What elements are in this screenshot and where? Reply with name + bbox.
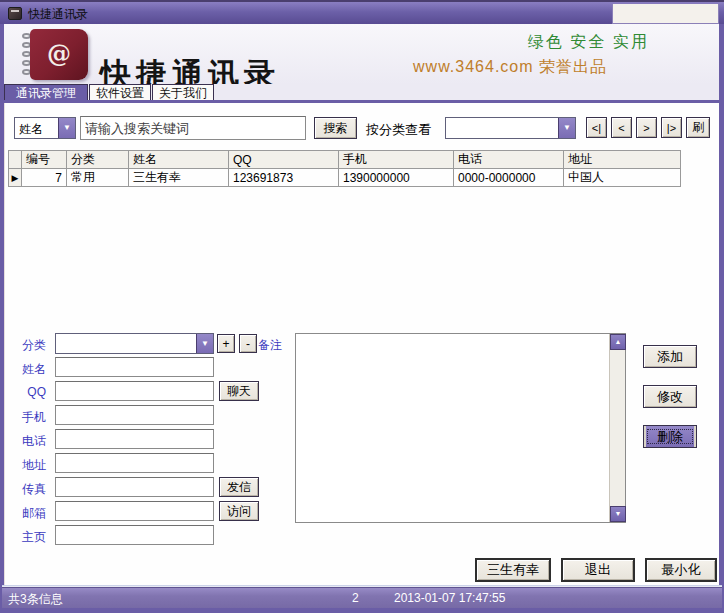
delete-button[interactable]: 删除 [643, 425, 697, 448]
visit-button[interactable]: 访问 [219, 501, 259, 521]
cell-address[interactable]: 中国人 [564, 169, 681, 187]
category-label: 分类 [10, 337, 46, 354]
address-field[interactable] [55, 453, 214, 473]
add-category-button[interactable]: + [217, 334, 235, 353]
app-logo: @ [18, 27, 94, 82]
search-field-select-value: 姓名 [19, 121, 43, 138]
row-selector-icon[interactable]: ▶ [9, 169, 22, 187]
tab-contacts-manage[interactable]: 通讯录管理 [4, 84, 88, 101]
table-row[interactable]: ▶ 7 常用 三生有幸 123691873 1390000000 0000-00… [9, 169, 681, 187]
address-label: 地址 [10, 457, 46, 474]
email-field[interactable] [55, 501, 214, 521]
qq-label: QQ [10, 385, 46, 399]
nav-next-button[interactable]: > [636, 117, 657, 138]
notes-scrollbar[interactable]: ▲ ▼ [609, 334, 625, 522]
category-view-select[interactable]: ▼ [445, 117, 576, 139]
cell-phone[interactable]: 0000-0000000 [454, 169, 564, 187]
window-title: 快捷通讯录 [28, 6, 88, 23]
cell-category[interactable]: 常用 [67, 169, 129, 187]
logo-at-icon: @ [47, 39, 71, 68]
name-field[interactable] [55, 357, 214, 377]
col-qq[interactable]: QQ [229, 151, 339, 169]
phone-label: 电话 [10, 433, 46, 450]
exit-button[interactable]: 退出 [561, 558, 635, 582]
refresh-button[interactable]: 刷 [686, 117, 710, 138]
col-category[interactable]: 分类 [67, 151, 129, 169]
nav-prev-button[interactable]: < [611, 117, 632, 138]
contacts-table[interactable]: 编号 分类 姓名 QQ 手机 电话 地址 ▶ 7 常用 三生有幸 1236918… [8, 150, 681, 187]
col-mobile[interactable]: 手机 [339, 151, 454, 169]
tagline-green: 绿色 安全 实用 [528, 32, 649, 53]
nav-last-button[interactable]: |> [661, 117, 682, 138]
fax-label: 传真 [10, 481, 46, 498]
scroll-up-icon[interactable]: ▲ [610, 334, 626, 350]
modify-button[interactable]: 修改 [643, 385, 697, 408]
search-button[interactable]: 搜索 [314, 117, 357, 139]
statusbar: 共3条信息 2 2013-01-07 17:47:55 [2, 587, 722, 608]
nav-first-button[interactable]: <| [586, 117, 607, 138]
table-header-row: 编号 分类 姓名 QQ 手机 电话 地址 [9, 151, 681, 169]
notes-textarea[interactable] [296, 334, 609, 522]
search-field-select[interactable]: 姓名 ▼ [14, 117, 76, 139]
notes-box: ▲ ▼ [295, 333, 626, 523]
email-label: 邮箱 [10, 505, 46, 522]
status-total-info: 共3条信息 [8, 591, 63, 608]
add-button[interactable]: 添加 [643, 345, 697, 368]
col-id[interactable]: 编号 [22, 151, 67, 169]
titlebar[interactable]: 快捷通讯录 [0, 0, 724, 24]
fax-field[interactable] [55, 477, 214, 497]
status-datetime: 2013-01-07 17:47:55 [394, 591, 505, 605]
homepage-label: 主页 [10, 529, 46, 546]
app-book-icon [8, 7, 22, 20]
phone-field[interactable] [55, 429, 214, 449]
scroll-down-icon[interactable]: ▼ [610, 506, 626, 522]
chevron-down-icon[interactable]: ▼ [196, 334, 213, 353]
tab-settings[interactable]: 软件设置 [89, 84, 151, 101]
chat-button[interactable]: 聊天 [219, 381, 259, 401]
mobile-label: 手机 [10, 409, 46, 426]
send-mail-button[interactable]: 发信 [219, 477, 259, 497]
category-input-select[interactable]: ▼ [55, 333, 214, 354]
category-view-label: 按分类查看 [366, 121, 431, 139]
col-address[interactable]: 地址 [564, 151, 681, 169]
tab-about[interactable]: 关于我们 [152, 84, 214, 101]
col-name[interactable]: 姓名 [129, 151, 229, 169]
status-page-number: 2 [352, 591, 359, 605]
cell-name[interactable]: 三生有幸 [129, 169, 229, 187]
col-phone[interactable]: 电话 [454, 151, 564, 169]
tagline-site: www.3464.com 荣誉出品 [413, 57, 607, 78]
mobile-field[interactable] [55, 405, 214, 425]
chevron-down-icon[interactable]: ▼ [558, 118, 575, 138]
cell-id[interactable]: 7 [22, 169, 67, 187]
homepage-field[interactable] [55, 525, 214, 545]
chevron-down-icon[interactable]: ▼ [58, 118, 75, 138]
qq-field[interactable] [55, 381, 214, 401]
tabstrip: 通讯录管理 软件设置 关于我们 [4, 84, 719, 101]
search-keyword-input[interactable] [80, 116, 306, 140]
record-name-button[interactable]: 三生有幸 [475, 558, 551, 582]
cell-mobile[interactable]: 1390000000 [339, 169, 454, 187]
titlebar-blank-panel [612, 4, 719, 24]
logo-book-icon: @ [30, 29, 88, 80]
minimize-button[interactable]: 最小化 [645, 558, 717, 582]
app-window: 快捷通讯录 @ 快捷通讯录 绿色 安全 实用 www.3464.com 荣誉出品… [0, 0, 724, 613]
name-label: 姓名 [10, 361, 46, 378]
cell-qq[interactable]: 123691873 [229, 169, 339, 187]
header-banner: @ 快捷通讯录 绿色 安全 实用 www.3464.com 荣誉出品 [4, 24, 719, 84]
notes-label: 备注 [252, 337, 282, 354]
